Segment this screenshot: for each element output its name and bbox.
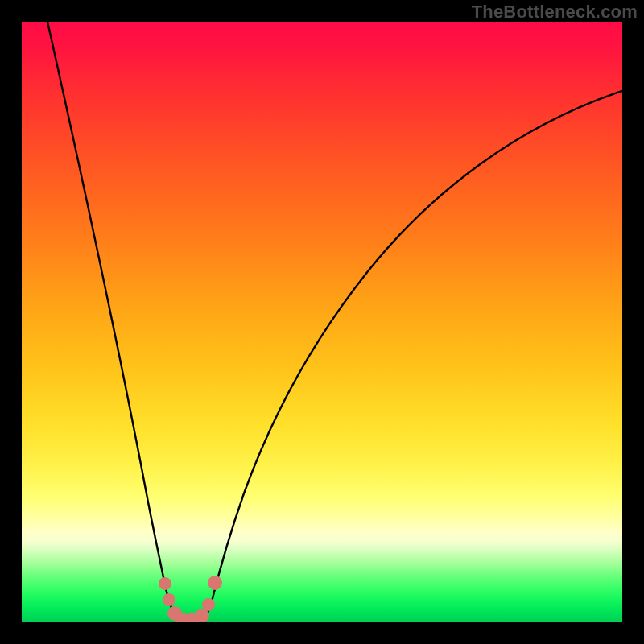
watermark-text: TheBottleneck.com [472, 2, 638, 23]
chart-plot-area [22, 22, 622, 622]
